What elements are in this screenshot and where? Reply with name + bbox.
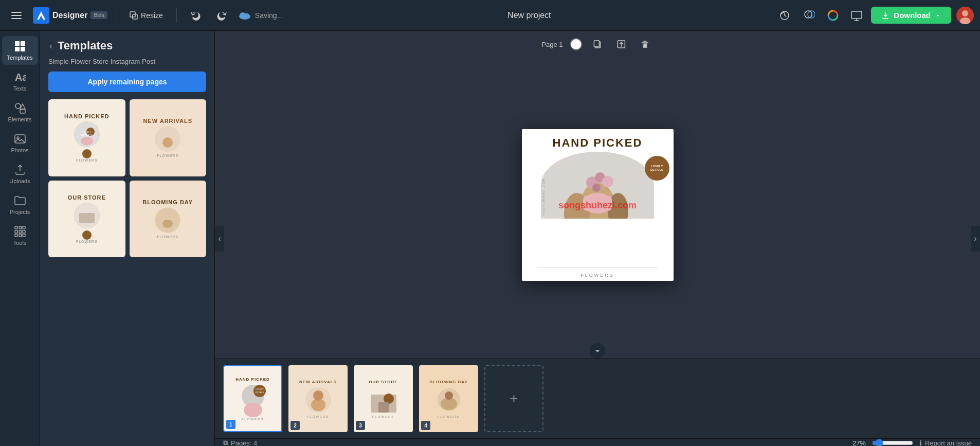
sidebar-item-photos[interactable]: Photos [2,129,38,157]
template-card-blooming-day[interactable]: BLOOMING DAY FLOWERS [130,181,207,258]
page-controls: Page 1 [541,36,653,52]
tc-image-1: LOVELY DETAILS [74,121,100,147]
pages-count: Pages: 4 [231,439,257,447]
svg-rect-1 [11,15,22,16]
svg-point-62 [592,184,601,192]
templates-back-button[interactable]: ‹ [48,40,53,52]
canvas-main[interactable]: Page 1 [215,31,980,359]
svg-rect-16 [882,18,888,19]
svg-point-76 [445,391,453,400]
svg-rect-35 [23,230,25,233]
svg-point-61 [602,176,613,187]
svg-text:LOVELY: LOVELY [256,388,264,390]
user-avatar[interactable] [956,7,974,24]
svg-rect-2 [11,18,22,19]
resize-label: Resize [141,11,163,20]
canvas-footer-text: FLOWERS [580,270,614,281]
page-color-picker[interactable] [570,38,583,50]
svg-rect-21 [21,41,25,46]
present-button[interactable] [847,6,866,25]
template-card-hand-picked[interactable]: HAND PICKED LOVELY DETAILS FLOWERS [48,99,125,176]
download-button[interactable]: Download [871,7,951,24]
sidebar-item-texts[interactable]: Aa Texts [2,67,38,96]
collapse-panel-right[interactable]: › [971,226,980,252]
sidebar-item-uploads[interactable]: Uploads [2,159,38,188]
page-strip: HAND PICKED LOVELY DETAILS FLOWERS 1 [215,359,980,438]
svg-rect-58 [583,195,612,211]
collapse-panel-left[interactable]: ‹ [215,226,224,252]
tc-title-3: OUR STORE [68,194,106,201]
app-name: Designer [52,11,87,20]
tc-footer-2: FLOWERS [157,154,178,157]
bottom-panel: HAND PICKED LOVELY DETAILS FLOWERS 1 [215,359,980,446]
sidebar-item-templates[interactable]: Templates [2,36,38,65]
color-palette-button[interactable] [824,6,842,25]
pages-icon: ⧉ [223,439,228,446]
delete-page-button[interactable] [637,36,654,52]
page-num-badge-2: 2 [291,421,300,430]
sidebar-item-tools[interactable]: Tools [2,221,38,250]
svg-rect-20 [15,41,20,46]
template-card-our-store[interactable]: OUR STORE FLOWERS [48,181,125,258]
divider-1 [116,8,116,23]
menu-button[interactable] [6,7,27,24]
divider-2 [176,8,177,23]
export-page-button[interactable] [613,36,630,52]
history-button[interactable] [775,6,794,25]
page-num-badge-1: 1 [226,420,235,429]
sidebar-item-elements-label: Elements [8,116,32,122]
comments-button[interactable] [800,6,819,25]
tc-footer-3: FLOWERS [76,240,98,243]
svg-point-70 [313,390,323,401]
templates-subtitle: Simple Flower Store Instagram Post [40,58,214,72]
page-thumb-4[interactable]: BLOOMING DAY FLOWERS 4 [419,365,478,432]
saving-text: Saving... [255,11,283,20]
page-thumb-1[interactable]: HAND PICKED LOVELY DETAILS FLOWERS 1 [223,365,282,432]
svg-point-49 [162,220,173,228]
duplicate-page-button[interactable] [590,36,606,52]
template-card-new-arrivals[interactable]: NEW ARRIVALS FLOWERS [130,99,207,176]
svg-text:Aa: Aa [15,72,26,83]
svg-text:DETAILS: DETAILS [81,134,92,137]
sidebar-item-templates-label: Templates [7,55,32,61]
page-thumb-2[interactable]: NEW ARRIVALS FLOWERS 2 [288,365,348,432]
collapse-bottom-button[interactable] [590,343,605,359]
tc-dot-3 [82,230,92,240]
sidebar-item-elements[interactable]: Elements [2,98,38,127]
icon-bar: Templates Aa Texts Elements Photos [0,31,40,446]
resize-button[interactable]: Resize [124,8,168,23]
main-layout: Templates Aa Texts Elements Photos [0,31,980,446]
canvas-detail-badge: LOVELY DETAILS [645,156,669,181]
project-title[interactable]: New project [289,11,769,20]
svg-rect-73 [378,402,389,413]
logo-icon [33,7,49,24]
pages-info: ⧉ Pages: 4 [223,439,257,446]
app-logo: Designer Beta [33,7,107,24]
zoom-slider[interactable] [872,439,913,446]
svg-point-64 [244,403,262,417]
apply-remaining-pages-button[interactable]: Apply remaining pages [48,72,206,92]
svg-point-25 [15,103,21,109]
redo-button[interactable] [212,7,232,24]
templates-panel-title: Templates [58,39,113,52]
svg-rect-30 [15,226,17,229]
report-issue-button[interactable]: ℹ Report an issue [919,439,972,447]
design-canvas[interactable]: HAND PICKED [522,129,674,281]
tc-dot-1 [82,149,92,158]
tc-footer-4: FLOWERS [157,235,178,239]
svg-rect-31 [19,226,22,229]
svg-rect-38 [23,234,25,237]
page-thumb-3[interactable]: OUR STORE FLOWERS 3 [354,365,413,432]
bottom-right: 27% ℹ Report an issue [852,439,972,446]
canvas-design-title: HAND PICKED [553,136,643,150]
add-page-button[interactable]: + [484,365,543,432]
undo-button[interactable] [185,7,206,24]
sidebar-item-projects-label: Projects [10,209,30,215]
templates-header: ‹ Templates [40,31,214,58]
sidebar-item-tools-label: Tools [13,240,27,246]
beta-badge: Beta [90,11,107,19]
svg-rect-33 [15,230,17,233]
sidebar-item-projects[interactable]: Projects [2,190,38,219]
download-label: Download [894,11,931,20]
svg-rect-27 [20,110,25,113]
